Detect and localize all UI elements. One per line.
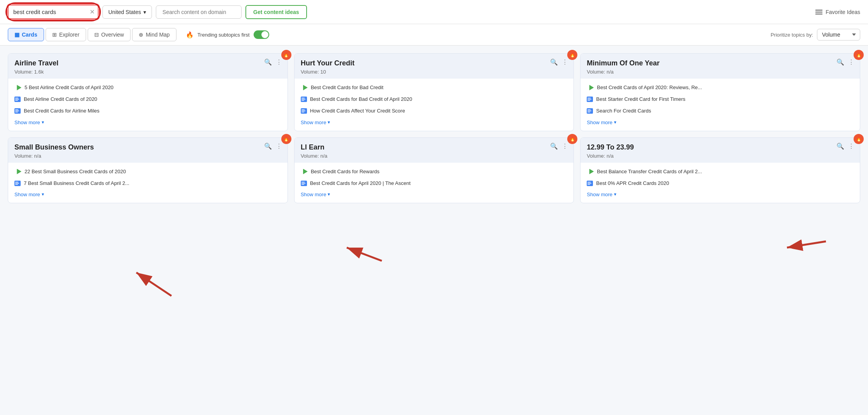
card-title: Small Business Owners [14,143,281,151]
svg-rect-31 [302,184,304,185]
card-item: Best Credit Cards for Rewards [301,168,568,175]
search-button[interactable]: 🔍 [836,58,844,66]
card-volume: Volume: 1.6k [14,69,281,75]
document-icon [587,97,593,102]
mindmap-icon: ⊕ [139,32,143,38]
more-options-button[interactable]: ⋮ [562,142,568,150]
svg-rect-2 [15,99,19,100]
country-label: United States [108,9,141,15]
card-actions: 🔍 ⋮ [836,58,854,66]
card-item: 22 Best Small Business Credit Cards of 2… [14,168,281,175]
card-title: Ll Earn [301,143,568,151]
search-button[interactable]: 🔍 [264,58,272,66]
show-more-button[interactable]: Show more ▾ [301,192,568,197]
svg-rect-35 [587,184,590,185]
search-button[interactable]: 🔍 [550,58,558,66]
clear-search-button[interactable]: ✕ [86,8,98,16]
svg-rect-19 [587,100,590,101]
card-header: Small Business Owners Volume: n/a 🔍 ⋮ [8,138,288,163]
more-options-button[interactable]: ⋮ [276,142,282,150]
card-volume: Volume: n/a [587,69,854,75]
overview-icon: ⊟ [94,32,99,38]
svg-rect-22 [587,111,591,111]
keyword-search-input[interactable] [9,5,86,18]
svg-rect-27 [15,184,18,185]
trending-up-icon [14,169,21,174]
domain-search-input[interactable] [156,5,242,19]
svg-rect-33 [587,182,591,183]
tabs-bar: ▦ Cards ⊞ Explorer ⊟ Overview ⊕ Mind Map… [0,24,868,46]
fire-badge: 🔥 [854,50,864,60]
document-icon [14,108,21,114]
card-header: Hurt Your Credit Volume: 10 🔍 ⋮ [295,54,574,79]
country-dropdown[interactable]: United States ▾ [102,5,152,19]
document-icon [301,181,307,186]
search-wrapper: ✕ [8,5,99,19]
show-more-button[interactable]: Show more ▾ [587,120,854,125]
card-header: Minimum Of One Year Volume: n/a 🔍 ⋮ [580,54,860,79]
card-item: Best Credit Cards for Bad Credit [301,84,568,91]
card-item: Best Credit Cards for April 2020 | The A… [301,180,568,187]
card-actions: 🔍 ⋮ [264,58,282,66]
search-button[interactable]: 🔍 [836,142,844,150]
card-body: Best Credit Cards for Rewards Best Credi… [295,163,574,203]
svg-rect-1 [15,98,18,98]
chevron-down-icon: ▾ [143,9,146,15]
more-options-button[interactable]: ⋮ [848,142,854,150]
svg-rect-5 [15,109,18,110]
explorer-icon: ⊞ [52,32,57,38]
cards-icon: ▦ [14,32,19,38]
document-icon [14,181,21,186]
trending-area: 🔥 Trending subtopics first [186,30,269,39]
get-content-ideas-button[interactable]: Get content ideas [245,5,307,19]
card-header: Airline Travel Volume: 1.6k 🔍 ⋮ [8,54,288,79]
svg-rect-15 [302,112,304,113]
card-actions: 🔍 ⋮ [550,142,568,150]
flame-icon: 🔥 [186,31,194,39]
search-button[interactable]: 🔍 [550,142,558,150]
trending-toggle[interactable] [254,30,269,39]
card-item: Best Airline Credit Cards of 2020 [14,96,281,103]
tab-cards[interactable]: ▦ Cards [8,28,44,41]
show-more-button[interactable]: Show more ▾ [14,192,281,197]
document-icon [301,108,307,114]
chevron-down-icon: ▾ [328,192,330,197]
tab-overview[interactable]: ⊟ Overview [88,28,131,41]
show-more-button[interactable]: Show more ▾ [301,120,568,125]
cards-grid: 🔥 Airline Travel Volume: 1.6k 🔍 ⋮ 5 Best… [0,46,868,211]
card-ll-earn: 🔥 Ll Earn Volume: n/a 🔍 ⋮ Best Credit Ca… [294,137,574,203]
card-volume: Volume: n/a [587,153,854,159]
svg-rect-25 [15,182,18,183]
tab-mindmap[interactable]: ⊕ Mind Map [132,28,176,41]
document-icon [301,97,307,102]
tab-explorer[interactable]: ⊞ Explorer [46,28,86,41]
trending-up-icon [587,169,594,174]
favorite-ideas-button[interactable]: Favorite Ideas [815,9,860,15]
document-icon [587,108,593,114]
card-body: Best Credit Cards of April 2020: Reviews… [580,79,860,131]
card-item: Best Credit Cards of April 2020: Reviews… [587,84,854,91]
show-more-button[interactable]: Show more ▾ [587,192,854,197]
show-more-button[interactable]: Show more ▾ [14,120,281,125]
card-title: Minimum Of One Year [587,59,854,67]
svg-rect-18 [587,99,591,100]
card-price-range: 🔥 12.99 To 23.99 Volume: n/a 🔍 ⋮ Best Ba… [580,137,860,203]
header: ✕ United States ▾ Get content ideas Favo… [0,0,868,24]
more-options-button[interactable]: ⋮ [562,58,568,66]
card-header: 12.99 To 23.99 Volume: n/a 🔍 ⋮ [580,138,860,163]
card-body: Best Credit Cards for Bad Credit Best Cr… [295,79,574,131]
card-body: 5 Best Airline Credit Cards of April 202… [8,79,288,131]
card-item: How Credit Cards Affect Your Credit Scor… [301,107,568,114]
more-options-button[interactable]: ⋮ [276,58,282,66]
chevron-down-icon: ▾ [42,192,44,197]
more-options-button[interactable]: ⋮ [848,58,854,66]
fire-badge: 🔥 [854,134,864,144]
card-item: Best Credit Cards for Airline Miles [14,107,281,114]
card-item: 7 Best Small Business Credit Cards of Ap… [14,180,281,187]
search-button[interactable]: 🔍 [264,142,272,150]
trending-up-icon [301,85,308,90]
priority-select[interactable]: Volume Relevance Difficulty [817,29,860,40]
svg-rect-30 [302,183,305,184]
card-item: Best 0% APR Credit Cards 2020 [587,180,854,187]
document-icon [587,181,593,186]
